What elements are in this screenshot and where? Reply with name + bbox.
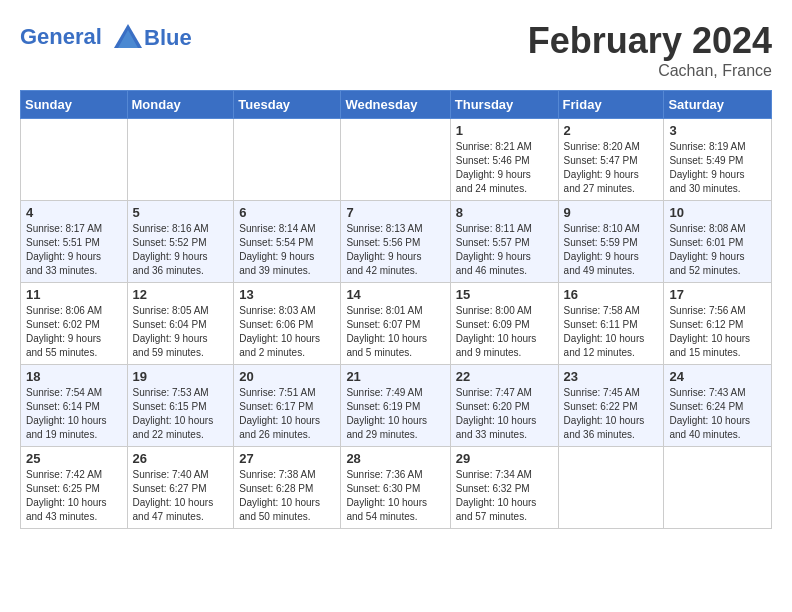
day-info: Sunrise: 8:13 AM Sunset: 5:56 PM Dayligh…	[346, 222, 444, 278]
day-number: 4	[26, 205, 122, 220]
day-info: Sunrise: 8:11 AM Sunset: 5:57 PM Dayligh…	[456, 222, 553, 278]
day-info: Sunrise: 8:14 AM Sunset: 5:54 PM Dayligh…	[239, 222, 335, 278]
week-row-2: 4Sunrise: 8:17 AM Sunset: 5:51 PM Daylig…	[21, 201, 772, 283]
day-info: Sunrise: 7:58 AM Sunset: 6:11 PM Dayligh…	[564, 304, 659, 360]
day-info: Sunrise: 8:21 AM Sunset: 5:46 PM Dayligh…	[456, 140, 553, 196]
calendar-cell: 17Sunrise: 7:56 AM Sunset: 6:12 PM Dayli…	[664, 283, 772, 365]
calendar-cell: 15Sunrise: 8:00 AM Sunset: 6:09 PM Dayli…	[450, 283, 558, 365]
calendar-cell: 14Sunrise: 8:01 AM Sunset: 6:07 PM Dayli…	[341, 283, 450, 365]
calendar-cell: 26Sunrise: 7:40 AM Sunset: 6:27 PM Dayli…	[127, 447, 234, 529]
logo: General Blue	[20, 20, 192, 56]
day-info: Sunrise: 7:38 AM Sunset: 6:28 PM Dayligh…	[239, 468, 335, 524]
calendar-cell: 16Sunrise: 7:58 AM Sunset: 6:11 PM Dayli…	[558, 283, 664, 365]
calendar-cell: 12Sunrise: 8:05 AM Sunset: 6:04 PM Dayli…	[127, 283, 234, 365]
calendar-cell: 25Sunrise: 7:42 AM Sunset: 6:25 PM Dayli…	[21, 447, 128, 529]
calendar-cell: 24Sunrise: 7:43 AM Sunset: 6:24 PM Dayli…	[664, 365, 772, 447]
calendar-cell	[664, 447, 772, 529]
title-block: February 2024 Cachan, France	[528, 20, 772, 80]
week-row-4: 18Sunrise: 7:54 AM Sunset: 6:14 PM Dayli…	[21, 365, 772, 447]
day-info: Sunrise: 7:51 AM Sunset: 6:17 PM Dayligh…	[239, 386, 335, 442]
day-number: 28	[346, 451, 444, 466]
weekday-header-sunday: Sunday	[21, 91, 128, 119]
location: Cachan, France	[528, 62, 772, 80]
day-info: Sunrise: 7:43 AM Sunset: 6:24 PM Dayligh…	[669, 386, 766, 442]
day-info: Sunrise: 7:53 AM Sunset: 6:15 PM Dayligh…	[133, 386, 229, 442]
calendar-cell: 19Sunrise: 7:53 AM Sunset: 6:15 PM Dayli…	[127, 365, 234, 447]
day-number: 2	[564, 123, 659, 138]
day-info: Sunrise: 8:10 AM Sunset: 5:59 PM Dayligh…	[564, 222, 659, 278]
weekday-header-friday: Friday	[558, 91, 664, 119]
day-number: 23	[564, 369, 659, 384]
calendar-cell	[341, 119, 450, 201]
calendar-cell: 23Sunrise: 7:45 AM Sunset: 6:22 PM Dayli…	[558, 365, 664, 447]
calendar-cell: 18Sunrise: 7:54 AM Sunset: 6:14 PM Dayli…	[21, 365, 128, 447]
day-number: 12	[133, 287, 229, 302]
day-info: Sunrise: 8:00 AM Sunset: 6:09 PM Dayligh…	[456, 304, 553, 360]
day-number: 26	[133, 451, 229, 466]
day-info: Sunrise: 8:03 AM Sunset: 6:06 PM Dayligh…	[239, 304, 335, 360]
calendar-cell: 5Sunrise: 8:16 AM Sunset: 5:52 PM Daylig…	[127, 201, 234, 283]
calendar-cell: 22Sunrise: 7:47 AM Sunset: 6:20 PM Dayli…	[450, 365, 558, 447]
day-info: Sunrise: 7:45 AM Sunset: 6:22 PM Dayligh…	[564, 386, 659, 442]
day-number: 6	[239, 205, 335, 220]
day-info: Sunrise: 7:49 AM Sunset: 6:19 PM Dayligh…	[346, 386, 444, 442]
calendar-cell: 27Sunrise: 7:38 AM Sunset: 6:28 PM Dayli…	[234, 447, 341, 529]
week-row-1: 1Sunrise: 8:21 AM Sunset: 5:46 PM Daylig…	[21, 119, 772, 201]
calendar-cell: 2Sunrise: 8:20 AM Sunset: 5:47 PM Daylig…	[558, 119, 664, 201]
calendar-cell: 11Sunrise: 8:06 AM Sunset: 6:02 PM Dayli…	[21, 283, 128, 365]
day-info: Sunrise: 8:01 AM Sunset: 6:07 PM Dayligh…	[346, 304, 444, 360]
calendar-cell	[127, 119, 234, 201]
day-number: 5	[133, 205, 229, 220]
day-number: 22	[456, 369, 553, 384]
day-number: 8	[456, 205, 553, 220]
day-info: Sunrise: 7:56 AM Sunset: 6:12 PM Dayligh…	[669, 304, 766, 360]
calendar-table: SundayMondayTuesdayWednesdayThursdayFrid…	[20, 90, 772, 529]
calendar-cell: 1Sunrise: 8:21 AM Sunset: 5:46 PM Daylig…	[450, 119, 558, 201]
day-number: 9	[564, 205, 659, 220]
calendar-cell: 20Sunrise: 7:51 AM Sunset: 6:17 PM Dayli…	[234, 365, 341, 447]
day-number: 25	[26, 451, 122, 466]
logo-icon	[110, 20, 146, 56]
day-number: 19	[133, 369, 229, 384]
day-info: Sunrise: 7:40 AM Sunset: 6:27 PM Dayligh…	[133, 468, 229, 524]
day-number: 18	[26, 369, 122, 384]
month-year: February 2024	[528, 20, 772, 62]
weekday-header-monday: Monday	[127, 91, 234, 119]
calendar-cell: 8Sunrise: 8:11 AM Sunset: 5:57 PM Daylig…	[450, 201, 558, 283]
day-number: 14	[346, 287, 444, 302]
day-number: 24	[669, 369, 766, 384]
day-number: 27	[239, 451, 335, 466]
day-info: Sunrise: 7:34 AM Sunset: 6:32 PM Dayligh…	[456, 468, 553, 524]
calendar-cell	[21, 119, 128, 201]
weekday-header-row: SundayMondayTuesdayWednesdayThursdayFrid…	[21, 91, 772, 119]
day-info: Sunrise: 7:36 AM Sunset: 6:30 PM Dayligh…	[346, 468, 444, 524]
day-info: Sunrise: 8:20 AM Sunset: 5:47 PM Dayligh…	[564, 140, 659, 196]
logo-general: General	[20, 24, 102, 49]
day-info: Sunrise: 8:17 AM Sunset: 5:51 PM Dayligh…	[26, 222, 122, 278]
day-number: 29	[456, 451, 553, 466]
calendar-cell: 3Sunrise: 8:19 AM Sunset: 5:49 PM Daylig…	[664, 119, 772, 201]
calendar-cell: 21Sunrise: 7:49 AM Sunset: 6:19 PM Dayli…	[341, 365, 450, 447]
calendar-cell	[558, 447, 664, 529]
day-number: 21	[346, 369, 444, 384]
day-info: Sunrise: 8:19 AM Sunset: 5:49 PM Dayligh…	[669, 140, 766, 196]
day-number: 10	[669, 205, 766, 220]
calendar-cell	[234, 119, 341, 201]
page-header: General Blue February 2024 Cachan, Franc…	[20, 20, 772, 80]
day-number: 1	[456, 123, 553, 138]
calendar-cell: 4Sunrise: 8:17 AM Sunset: 5:51 PM Daylig…	[21, 201, 128, 283]
calendar-cell: 29Sunrise: 7:34 AM Sunset: 6:32 PM Dayli…	[450, 447, 558, 529]
calendar-cell: 9Sunrise: 8:10 AM Sunset: 5:59 PM Daylig…	[558, 201, 664, 283]
week-row-5: 25Sunrise: 7:42 AM Sunset: 6:25 PM Dayli…	[21, 447, 772, 529]
day-info: Sunrise: 8:06 AM Sunset: 6:02 PM Dayligh…	[26, 304, 122, 360]
weekday-header-tuesday: Tuesday	[234, 91, 341, 119]
day-number: 7	[346, 205, 444, 220]
weekday-header-saturday: Saturday	[664, 91, 772, 119]
calendar-cell: 6Sunrise: 8:14 AM Sunset: 5:54 PM Daylig…	[234, 201, 341, 283]
day-info: Sunrise: 8:16 AM Sunset: 5:52 PM Dayligh…	[133, 222, 229, 278]
weekday-header-thursday: Thursday	[450, 91, 558, 119]
calendar-cell: 13Sunrise: 8:03 AM Sunset: 6:06 PM Dayli…	[234, 283, 341, 365]
day-number: 13	[239, 287, 335, 302]
day-number: 11	[26, 287, 122, 302]
day-number: 20	[239, 369, 335, 384]
